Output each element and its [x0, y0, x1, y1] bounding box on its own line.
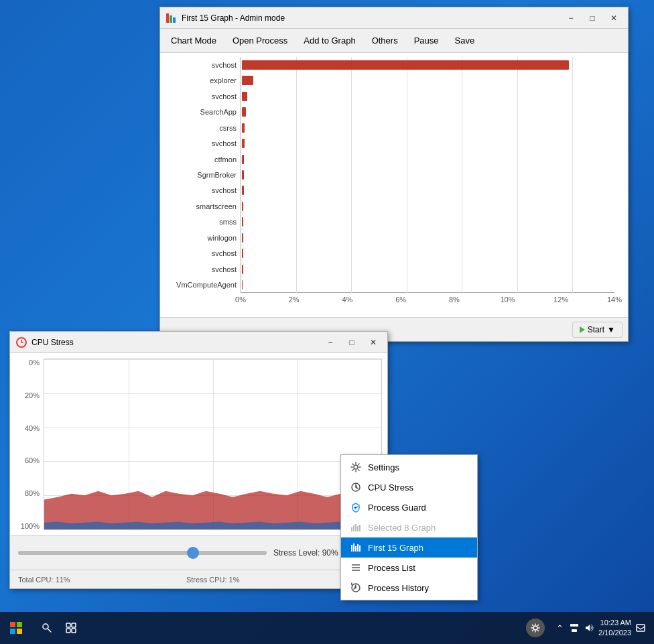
minimize-button-cpustress[interactable]: − [322, 336, 339, 349]
slider-thumb[interactable] [187, 547, 199, 559]
selected-8-graph-icon [349, 521, 363, 534]
svg-rect-19 [10, 622, 15, 627]
minimize-button-first15[interactable]: − [562, 11, 580, 25]
svg-rect-26 [72, 623, 76, 627]
cpu-y-label-0: 100% [10, 522, 42, 530]
cpu-y-labels: 100% 80% 60% 40% 20% 0% [10, 359, 42, 530]
x-axis-labels: 0% 2% 4% 6% 8% 10% 12% 14% [241, 293, 614, 317]
svg-rect-31 [573, 624, 576, 627]
bar-row-7 [242, 167, 613, 182]
bar-row-5 [242, 135, 613, 151]
ctx-item-cpu-stress[interactable]: CPU Stress [341, 477, 477, 497]
tray-chevron-up[interactable]: ⌃ [554, 623, 565, 633]
bar-row-6 [242, 151, 613, 167]
cpu-y-label-3: 40% [10, 424, 42, 432]
maximize-button-cpustress[interactable]: □ [343, 336, 361, 349]
ctx-item-process-guard[interactable]: Process Guard [341, 497, 477, 517]
proc-label-14: VmComputeAgent [160, 277, 241, 293]
maximize-button-first15[interactable]: □ [584, 11, 601, 25]
menu-add-to-graph[interactable]: Add to Graph [296, 33, 363, 48]
taskbar: ⌃ 10:23 AM 2/10/2023 [0, 612, 654, 644]
ctx-label-settings: Settings [368, 462, 399, 472]
cpu-stress-icon [349, 480, 363, 494]
svg-rect-13 [357, 544, 358, 552]
proc-label-7: SgrmBroker [160, 167, 241, 182]
svg-rect-20 [17, 622, 22, 627]
menu-open-process[interactable]: Open Process [224, 33, 296, 48]
svg-rect-22 [17, 629, 22, 634]
svg-point-23 [43, 624, 48, 629]
window-title-cpustress: CPU Stress [31, 338, 318, 347]
cpu-chart-area: 100% 80% 60% 40% 20% 0% [10, 353, 387, 536]
tray-gear-badge[interactable] [526, 619, 545, 637]
svg-rect-0 [166, 13, 169, 23]
svg-rect-7 [355, 524, 356, 531]
ctx-item-settings[interactable]: Settings [341, 457, 477, 477]
taskbar-items [32, 615, 518, 641]
first-15-graph-icon [349, 541, 363, 554]
svg-rect-33 [572, 629, 577, 632]
context-menu: Settings CPU Stress Process Guard [340, 454, 478, 600]
cpu-usage-svg [44, 359, 381, 529]
taskbar-search[interactable] [35, 615, 59, 641]
proc-label-13: svchost [160, 261, 241, 277]
close-button-cpustress[interactable]: ✕ [365, 336, 382, 349]
close-button-first15[interactable]: ✕ [605, 11, 623, 25]
cpu-chart-inner [44, 359, 382, 530]
start-button[interactable] [0, 612, 32, 644]
bar-row-10 [242, 214, 613, 230]
cpustress-app-icon [15, 336, 27, 348]
svg-rect-12 [355, 546, 356, 552]
bar-row-11 [242, 230, 613, 245]
ctx-label-process-guard: Process Guard [368, 503, 426, 513]
tray-network-icon[interactable] [569, 623, 580, 633]
bar-8 [242, 186, 244, 195]
titlebar-cpustress: CPU Stress − □ ✕ [10, 332, 387, 353]
cpu-footer: Total CPU: 11% Stress CPU: 1% Start [10, 570, 387, 588]
bar-row-13 [242, 261, 613, 277]
ctx-item-first-15-graph[interactable]: First 15 Graph [341, 537, 477, 558]
svg-rect-9 [359, 525, 361, 531]
svg-rect-6 [353, 525, 354, 531]
x-label-6: 12% [553, 296, 568, 304]
proc-label-12: svchost [160, 246, 241, 261]
svg-point-29 [533, 626, 537, 630]
x-label-1: 2% [289, 296, 300, 304]
proc-label-8: svchost [160, 183, 241, 198]
bar-row-3 [242, 104, 613, 119]
menu-pause[interactable]: Pause [406, 33, 447, 48]
bar-row-1 [242, 72, 613, 88]
app-icon [166, 12, 178, 24]
start-arrow-icon [580, 326, 585, 333]
start-button-first15[interactable]: Start ▼ [572, 322, 623, 338]
tray-notification-icon[interactable] [635, 623, 646, 633]
x-label-2: 4% [342, 296, 352, 304]
menu-chart-mode[interactable]: Chart Mode [163, 33, 224, 48]
bar-14 [242, 280, 243, 289]
proc-label-1: explorer [160, 72, 241, 88]
svg-rect-28 [72, 629, 76, 633]
window-first15: First 15 Graph - Admin mode − □ ✕ Chart … [159, 7, 629, 342]
bar-row-8 [242, 183, 613, 198]
ctx-label-first-15-graph: First 15 Graph [368, 543, 423, 553]
taskbar-task-view[interactable] [59, 615, 83, 641]
svg-rect-34 [637, 625, 645, 631]
taskbar-clock[interactable]: 10:23 AM 2/10/2023 [598, 618, 631, 639]
tray-volume-icon[interactable] [584, 623, 594, 633]
cpu-y-label-2: 60% [10, 456, 42, 464]
svg-line-24 [48, 629, 52, 633]
menu-save[interactable]: Save [447, 33, 483, 48]
svg-rect-2 [173, 17, 176, 23]
proc-label-0: svchost [160, 57, 241, 72]
stress-slider[interactable] [18, 551, 267, 555]
ctx-item-process-history[interactable]: Process History [341, 578, 477, 598]
bar-10 [242, 217, 243, 227]
ctx-label-cpu-stress: CPU Stress [368, 482, 413, 493]
ctx-item-process-list[interactable]: Process List [341, 558, 477, 578]
bars-area: 0% 2% 4% 6% 8% 10% 12% 14% [241, 53, 628, 317]
proc-label-10: smss [160, 214, 241, 230]
process-history-icon [349, 581, 363, 594]
svg-rect-5 [351, 527, 352, 531]
stress-level-label: Stress Level: 90% [273, 548, 338, 558]
menu-others[interactable]: Others [364, 33, 406, 48]
